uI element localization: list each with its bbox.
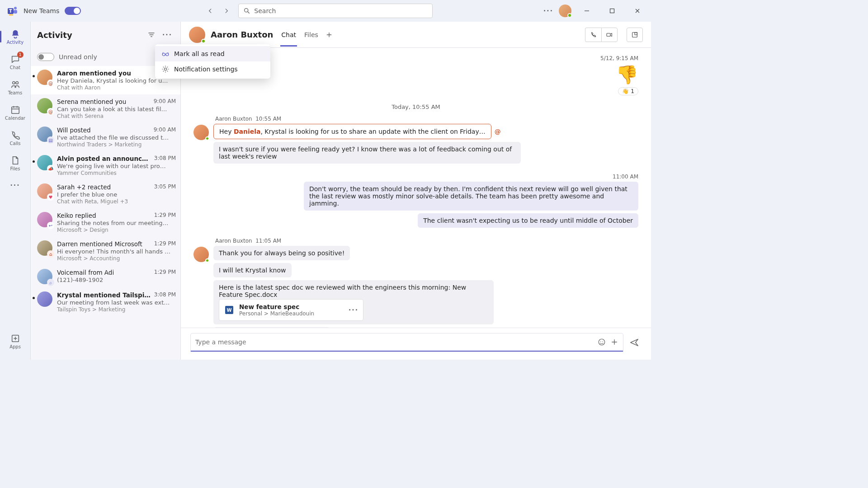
svg-rect-6 bbox=[610, 9, 614, 13]
rail-more[interactable]: ··· bbox=[2, 176, 29, 194]
chat-contact-avatar[interactable] bbox=[189, 27, 205, 43]
ellipsis-icon: ··· bbox=[10, 182, 20, 189]
activity-title: Activity bbox=[37, 30, 142, 40]
message-bubble[interactable]: I wasn't sure if you were feeling ready … bbox=[213, 142, 521, 164]
unread-dot-icon bbox=[33, 75, 35, 77]
activity-more-button[interactable]: ··· bbox=[160, 29, 174, 40]
video-call-button[interactable] bbox=[601, 28, 618, 42]
send-button[interactable] bbox=[627, 336, 641, 349]
bell-icon bbox=[10, 29, 20, 39]
window-maximize-button[interactable] bbox=[602, 4, 622, 18]
add-tab-button[interactable] bbox=[326, 31, 333, 38]
post-badge-icon: ▤ bbox=[47, 136, 54, 144]
window-minimize-button[interactable] bbox=[577, 4, 597, 18]
avatar bbox=[37, 291, 52, 307]
voicemail-badge-icon: ⌕ bbox=[47, 279, 54, 286]
avatar: ⌂ bbox=[37, 240, 52, 256]
unread-dot-icon bbox=[33, 297, 35, 299]
avatar: ↩ bbox=[37, 212, 52, 227]
unread-only-label: Unread only bbox=[59, 53, 97, 61]
new-teams-toggle[interactable] bbox=[65, 7, 81, 15]
svg-point-5 bbox=[245, 9, 248, 12]
compose-input[interactable]: Type a message bbox=[191, 333, 623, 352]
search-input[interactable]: Search bbox=[238, 4, 433, 18]
heart-badge-icon: ♥ bbox=[47, 193, 54, 201]
rail-files[interactable]: Files bbox=[2, 151, 29, 175]
message-bubble[interactable]: Hey Daniela, Krystal is looking for us t… bbox=[213, 124, 491, 139]
svg-point-17 bbox=[600, 341, 601, 342]
nav-forward-button[interactable] bbox=[220, 5, 233, 17]
menu-notification-settings[interactable]: Notification settings bbox=[155, 61, 270, 77]
apps-icon bbox=[10, 333, 20, 343]
message-bubble[interactable]: Don't worry, the team should be ready by… bbox=[304, 182, 638, 211]
file-attachment[interactable]: W New feature spec Personal > MarieBeaud… bbox=[219, 299, 363, 321]
svg-rect-9 bbox=[11, 107, 19, 113]
feed-item[interactable]: 📣 Alvin posted an announcement3:08 PM We… bbox=[31, 151, 180, 180]
teams-logo-icon: T bbox=[7, 5, 18, 16]
rail-chat[interactable]: 1 Chat bbox=[2, 50, 29, 74]
rail-calls[interactable]: Calls bbox=[2, 126, 29, 150]
svg-point-18 bbox=[603, 341, 604, 342]
feed-item[interactable]: ♥ Sarah +2 reacted3:05 PM I prefer the b… bbox=[31, 180, 180, 208]
message-bubble[interactable]: Thank you for always being so positive! bbox=[213, 246, 350, 260]
search-placeholder: Search bbox=[254, 7, 276, 14]
emoji-button[interactable] bbox=[598, 338, 606, 346]
filter-button[interactable] bbox=[146, 29, 157, 40]
word-doc-icon: W bbox=[224, 305, 235, 315]
file-more-button[interactable]: ··· bbox=[349, 306, 359, 314]
svg-rect-3 bbox=[14, 10, 17, 14]
rail-teams[interactable]: Teams bbox=[2, 75, 29, 99]
tab-files[interactable]: Files bbox=[303, 23, 319, 47]
feed-item[interactable]: ⌕ Voicemail from Adi1:29 PM (121)-489-19… bbox=[31, 265, 180, 288]
reaction-pill[interactable]: 👋 1 bbox=[618, 87, 638, 95]
rail-apps[interactable]: Apps bbox=[2, 329, 29, 353]
search-icon bbox=[243, 7, 250, 14]
svg-point-16 bbox=[599, 339, 605, 345]
presence-available-icon bbox=[201, 39, 206, 43]
message-bubble[interactable]: Here is the latest spec doc we reviewed … bbox=[213, 280, 494, 324]
rail-activity[interactable]: Activity bbox=[2, 24, 29, 49]
audio-call-button[interactable] bbox=[585, 28, 601, 42]
popout-button[interactable] bbox=[627, 28, 643, 42]
announcement-badge-icon: 📣 bbox=[47, 165, 54, 172]
file-icon bbox=[10, 155, 20, 165]
app-label: New Teams bbox=[24, 7, 59, 14]
message-list[interactable]: 5/12, 9:15 AM 👎 👋 1 Today, 10:55 AM Aaro… bbox=[181, 48, 651, 328]
gear-icon bbox=[161, 65, 170, 73]
message-group-incoming: Aaron Buxton 11:05 AM Thank you for alwa… bbox=[193, 238, 638, 328]
teams-icon bbox=[10, 80, 20, 89]
window-close-button[interactable] bbox=[627, 4, 647, 18]
feed-item[interactable]: Krystal mentioned Tailspin Toys3:08 PM O… bbox=[31, 288, 180, 316]
svg-text:W: W bbox=[226, 308, 231, 313]
compose-add-button[interactable] bbox=[610, 338, 618, 346]
mention-icon: @ bbox=[495, 128, 501, 135]
message-group-outgoing: 11:00 AM Don't worry, the team should be… bbox=[193, 174, 638, 230]
calendar-icon bbox=[10, 105, 20, 115]
message-bubble[interactable]: The client wasn't expecting us to be rea… bbox=[418, 213, 638, 228]
message-bubble[interactable]: I will let Krystal know bbox=[213, 263, 292, 277]
presence-available-icon bbox=[567, 13, 572, 18]
user-avatar[interactable] bbox=[559, 5, 571, 17]
day-divider: Today, 10:55 AM bbox=[193, 103, 638, 110]
team-mention-badge-icon: ⌂ bbox=[47, 250, 54, 258]
activity-feed[interactable]: @ Aaron mentioned you9:0 Hey Daniela, Kr… bbox=[31, 66, 180, 360]
feed-item[interactable]: ⌂ Darren mentioned Microsoft1:29 PM Hi e… bbox=[31, 237, 180, 265]
settings-more-button[interactable]: ··· bbox=[543, 7, 553, 14]
avatar: ♥ bbox=[37, 183, 52, 199]
titlebar: T New Teams Search ··· bbox=[0, 0, 651, 22]
mention-badge-icon: @ bbox=[47, 108, 54, 115]
unread-dot-icon bbox=[33, 160, 35, 163]
plus-icon bbox=[610, 338, 618, 346]
avatar: @ bbox=[37, 70, 52, 85]
sender-avatar bbox=[193, 247, 209, 262]
nav-back-button[interactable] bbox=[204, 5, 217, 17]
feed-item[interactable]: ▤ Will posted9:00 AM I've attached the f… bbox=[31, 123, 180, 151]
menu-mark-all-read[interactable]: Mark all as read bbox=[155, 46, 270, 61]
feed-item[interactable]: @ Serena mentioned you9:00 AM Can you ta… bbox=[31, 94, 180, 123]
svg-rect-4 bbox=[9, 14, 13, 16]
rail-calendar[interactable]: Calendar bbox=[2, 100, 29, 125]
feed-item[interactable]: ↩ Keiko replied1:29 PM Sharing the notes… bbox=[31, 208, 180, 237]
unread-only-toggle[interactable] bbox=[37, 53, 54, 61]
avatar: ⌕ bbox=[37, 269, 52, 284]
tab-chat[interactable]: Chat bbox=[280, 23, 297, 47]
